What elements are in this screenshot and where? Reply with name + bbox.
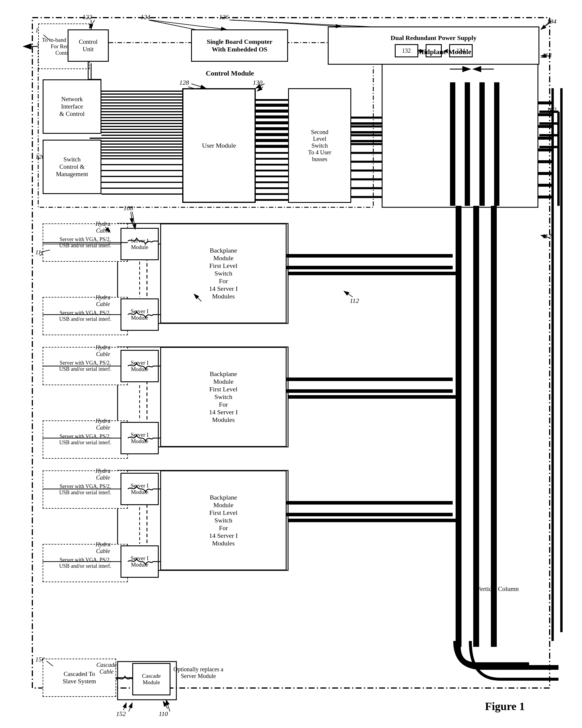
cascade-cable-label: Cascade Cable <box>97 661 117 675</box>
vertical-column-label: Vertical Column <box>476 585 519 593</box>
single-board-text: Single Board Computer With Embedded OS <box>207 38 272 53</box>
second-level-text: Second Level Switch To 4 User busses <box>308 129 331 163</box>
cascaded-to-slave-text: Cascaded To Slave System <box>62 670 96 685</box>
svg-line-114 <box>344 291 353 297</box>
midplane-module-label: Midplane Module <box>417 48 471 56</box>
user-module-text: User Module <box>202 142 236 149</box>
server-i-module-2b-text: Server I Module <box>131 432 149 445</box>
ref-124: 124 <box>140 13 150 21</box>
hydra-cable-2b-label: Hydra Cable <box>96 417 110 431</box>
server-3-1-box: Server with VGA, PS/2, USB and/or serial… <box>43 470 128 509</box>
svg-line-105 <box>166 700 170 711</box>
ref-112a: 112 <box>542 232 551 240</box>
server-i-module-3b-text: Server I Module <box>131 555 149 568</box>
svg-rect-5 <box>382 43 538 207</box>
backplane-2-box: Backplane Module First Level Switch For … <box>160 347 287 447</box>
cascade-module-box: Cascade Module <box>132 663 170 695</box>
server-1-1-text: Server with VGA, PS/2, USB and/or serial… <box>59 236 111 249</box>
hydra-cable-3b-label: Hydra Cable <box>96 541 110 554</box>
ref-152: 152 <box>116 710 126 718</box>
network-interface-box: Network Interface & Control <box>43 79 101 134</box>
backplane-1-text: Backplane Module First Level Switch For … <box>209 247 238 300</box>
hydra-cable-1a-label: Hydra Cable <box>96 220 110 234</box>
dual-redundant-text: Dual Redundant Power Supply <box>330 34 537 42</box>
network-interface-text: Network Interface & Control <box>59 96 85 118</box>
ref-130: 130 <box>253 79 263 86</box>
ref-110: 110 <box>159 710 168 718</box>
svg-line-70 <box>163 701 167 709</box>
server-i-module-2a-box: Server I Module <box>121 350 159 382</box>
control-unit-text: Control Unit <box>79 38 98 53</box>
dual-redundant-power-box: Dual Redundant Power Supply 132 ▶ ◀ 134 <box>328 26 539 65</box>
server-i-module-1b-box: Server I Module <box>121 298 159 331</box>
ref-128: 128 <box>179 79 189 86</box>
svg-line-67 <box>257 87 263 91</box>
backplane-3-box: Backplane Module First Level Switch For … <box>160 470 287 570</box>
svg-line-106 <box>129 703 132 711</box>
server-i-module-3a-box: Server I Module <box>121 473 159 505</box>
second-level-switch-box: Second Level Switch To 4 User busses <box>288 88 351 203</box>
control-module-label: Control Module <box>206 69 254 77</box>
server-3-2-box: Server with VGA, PS/2, USB and/or serial… <box>43 544 128 582</box>
server-i-module-2b-box: Server I Module <box>121 422 159 454</box>
user-module-box: User Module <box>182 88 256 203</box>
backplane-3-text: Backplane Module First Level Switch For … <box>209 494 238 547</box>
cascade-module-text: Cascade Module <box>142 673 160 686</box>
control-unit-box: Control Unit <box>68 29 109 62</box>
hydra-cable-1b-label: Hydra Cable <box>96 294 110 308</box>
ref-126: 126 <box>219 13 229 21</box>
server-3-1-text: Server with VGA, PS/2, USB and/or serial… <box>59 484 111 496</box>
server-1-1-box: Server with VGA, PS/2, USB and/or serial… <box>43 224 128 262</box>
server-2-2-text: Server with VGA, PS/2, USB and/or serial… <box>59 433 111 446</box>
svg-line-99 <box>232 20 341 26</box>
switch-control-text: Switch Control & Management <box>56 156 88 178</box>
server-3-2-text: Server with VGA, PS/2, USB and/or serial… <box>59 557 111 569</box>
svg-line-69 <box>131 212 132 224</box>
server-i-module-2a-text: Server I Module <box>131 360 149 372</box>
ref-112b: 112 <box>350 297 359 305</box>
backplane-2-text: Backplane Module First Level Switch For … <box>209 370 238 424</box>
optionally-replaces-label: Optionally replaces a Server Module <box>174 666 223 679</box>
svg-line-72 <box>124 703 126 710</box>
hydra-cable-3a-label: Hydra Cable <box>96 468 110 481</box>
switch-control-box: Switch Control & Management <box>43 140 101 194</box>
svg-line-100 <box>191 84 206 88</box>
backplane-1-box: Backplane Module First Level Switch For … <box>160 224 287 323</box>
server-2-1-box: Server with VGA, PS/2, USB and/or serial… <box>43 347 128 385</box>
server-2-1-text: Server with VGA, PS/2, USB and/or serial… <box>59 360 111 372</box>
hydra-cable-2a-label: Hydra Cable <box>96 344 110 358</box>
ref-108: 108 <box>124 204 133 212</box>
svg-line-98 <box>150 20 226 29</box>
server-i-module-1b-text: Server I Module <box>131 308 149 321</box>
server-i-module-1a-box: Server I Module <box>121 228 159 260</box>
server-i-module-1a-text: Server I Module <box>131 238 149 251</box>
power-132-box: 132 <box>395 44 418 57</box>
ref-118: 118 <box>542 51 551 59</box>
svg-line-103 <box>132 212 135 229</box>
ref-104: 104 <box>547 18 556 25</box>
figure-label: Figure 1 <box>485 700 525 713</box>
ref-102: 102 <box>547 106 556 113</box>
server-1-2-box: Server with VGA, PS/2, USB and/or serial… <box>43 297 128 335</box>
server-2-2-box: Server with VGA, PS/2, USB and/or serial… <box>43 420 128 459</box>
server-i-module-3b-box: Server I Module <box>121 545 159 578</box>
server-i-module-3a-text: Server I Module <box>131 483 149 495</box>
ref-122: 122 <box>82 13 92 21</box>
server-1-2-text: Server with VGA, PS/2, USB and/or serial… <box>59 310 111 322</box>
single-board-computer-box: Single Board Computer With Embedded OS <box>191 29 288 62</box>
